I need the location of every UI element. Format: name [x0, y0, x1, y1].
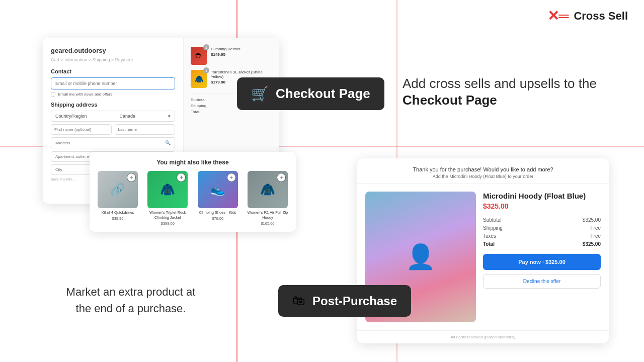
shoes-icon: 👟	[210, 183, 225, 197]
cross-sell-products: 🔗 + Kit of 4 Quickdraws $39.95 🧥 + Women…	[96, 171, 290, 226]
cs-product-price-quickdraws: $39.95	[96, 216, 140, 221]
pp-subtotal-value: $325.00	[583, 217, 601, 223]
post-purchase-badge: 🛍 Post-Purchase	[278, 285, 411, 317]
breadcrumb: Cart > Information > Shipping > Payment	[51, 57, 175, 62]
pp-details: Microdini Hoody (Float Blue) $325.00 Sub…	[483, 192, 601, 322]
country-select[interactable]: Country/Region Canada ▾	[51, 111, 175, 122]
pp-product-name: Microdini Hoody (Float Blue)	[483, 192, 601, 200]
pp-subtotal-row: Subtotal $325.00	[483, 217, 601, 223]
pp-product-price: $325.00	[483, 202, 601, 210]
cs-product-name-quickdraws: Kit of 4 Quickdraws	[96, 210, 140, 215]
pp-totals: Subtotal $325.00 Shipping Free Taxes Fre…	[483, 217, 601, 247]
mock-product-row: ⛑ 1 Climbing Helmet $149.95	[191, 47, 272, 65]
header: ✕═ Cross Sell	[531, 0, 644, 32]
contact-label: Contact	[51, 68, 175, 74]
total-label: Total	[191, 110, 199, 114]
cs-product-name-jacket: Women's Triplet Rock Climbing Jacket	[145, 210, 190, 220]
product-name-helmet: Climbing Helmet	[211, 47, 272, 51]
contact-input[interactable]	[51, 77, 175, 89]
product-price-helmet: $149.95	[211, 52, 272, 57]
checkout-page-badge: 🛒 Checkout Page	[237, 77, 384, 110]
last-name-input[interactable]	[115, 124, 176, 135]
cs-product-img-hoody: 🧥 +	[248, 171, 288, 208]
pp-taxes-value: Free	[590, 233, 601, 239]
checkout-badge-label: Checkout Page	[276, 86, 370, 102]
bottom-left-text: Market an extra product at the end of a …	[30, 284, 231, 317]
cs-product-img-shoes: 👟 +	[198, 171, 238, 208]
product-img-jacket: 🧥 1	[191, 70, 207, 88]
product-img-helmet: ⛑ 1	[191, 47, 207, 65]
email-checkbox-row: Email me with news and offers	[51, 92, 175, 97]
pp-header: Thank you for the purchase! Would you li…	[357, 158, 609, 184]
search-icon: 🔍	[165, 140, 171, 145]
pp-footer: All rights reserved geared.outdoorsy	[357, 330, 609, 343]
cs-product-name-hoody: Women's R1 Air Full-Zip Hoody	[246, 210, 290, 220]
cs-add-button-hoody[interactable]: +	[277, 173, 286, 182]
right-side-text: Add cross sells and upsells to the Check…	[403, 74, 614, 108]
pp-taxes-label: Taxes	[483, 233, 496, 239]
cross-sell-strip: You might also like these 🔗 + Kit of 4 Q…	[90, 152, 296, 232]
logo-icon: ✕═	[547, 9, 569, 23]
cs-add-button-jacket[interactable]: +	[177, 173, 186, 182]
email-checkbox-label: Email me with news and offers	[58, 92, 112, 97]
cs-product-hoody: 🧥 + Women's R1 Air Full-Zip Hoody $165.0…	[246, 171, 290, 226]
right-text-line2: Checkout Page	[403, 93, 614, 108]
cs-product-price-jacket: $399.00	[145, 221, 190, 226]
pp-decline-button[interactable]: Decline this offer	[483, 274, 601, 289]
cross-sell-title: You might also like these	[96, 159, 290, 166]
bottom-text-line1: Market an extra product at the end of a …	[30, 284, 231, 317]
product-info-helmet: Climbing Helmet $149.95	[211, 47, 272, 57]
country-select-value: Canada	[120, 114, 136, 119]
pp-total-value: $325.00	[583, 241, 601, 247]
email-checkbox[interactable]	[51, 92, 55, 97]
cs-product-price-shoes: $76.00	[196, 216, 240, 221]
hoody-icon: 🧥	[260, 183, 275, 197]
product-badge-qty2: 1	[203, 67, 209, 73]
address-input[interactable]	[55, 141, 165, 145]
pp-header-title: Thank you for the purchase! Would you li…	[367, 166, 599, 172]
cs-product-name-shoes: Climbing Shoes - Kids	[196, 210, 240, 215]
logo-text: Cross Sell	[574, 10, 628, 23]
helmet-icon: ⛑	[195, 52, 202, 60]
climbing-jacket-icon: 🧥	[160, 183, 175, 197]
cs-add-button-quickdraws[interactable]: +	[127, 173, 136, 182]
post-purchase-badge-icon: 🛍	[292, 293, 305, 309]
pp-subtotal-label: Subtotal	[483, 217, 502, 223]
country-select-label: Country/Region	[55, 114, 87, 119]
chevron-down-icon: ▾	[168, 114, 171, 119]
address-row: 🔍	[51, 137, 175, 148]
right-text-line1: Add cross sells and upsells to the	[403, 74, 614, 93]
pp-header-sub: Add the Microdini Hoody (Float Blue) to …	[367, 174, 599, 179]
cs-product-price-hoody: $165.00	[246, 221, 290, 226]
pp-shipping-value: Free	[590, 225, 601, 231]
post-purchase-badge-label: Post-Purchase	[312, 294, 397, 308]
pp-total-label: Total	[483, 241, 495, 247]
pp-taxes-row: Taxes Free	[483, 233, 601, 239]
first-name-input[interactable]	[51, 124, 112, 135]
cs-product-img-jacket: 🧥 +	[147, 171, 188, 208]
shipping-address-label: Shipping address	[51, 102, 175, 108]
cs-add-button-shoes[interactable]: +	[227, 173, 236, 182]
cs-product-shoes: 👟 + Climbing Shoes - Kids $76.00	[196, 171, 240, 226]
pp-shipping-row: Shipping Free	[483, 225, 601, 231]
jacket-icon: 🧥	[195, 75, 203, 83]
shipping-row-label: Shipping	[191, 104, 206, 108]
hoody-product-icon: 👤	[406, 243, 436, 271]
checkout-badge-icon: 🛒	[251, 85, 269, 102]
cs-product-img-quickdraws: 🔗 +	[98, 171, 138, 208]
pp-footer-text: All rights reserved geared.outdoorsy	[451, 335, 516, 339]
subtotal-label: Subtotal	[191, 98, 205, 102]
cs-product-quickdraws: 🔗 + Kit of 4 Quickdraws $39.95	[96, 171, 140, 226]
cs-product-jacket: 🧥 + Women's Triplet Rock Climbing Jacket…	[145, 171, 190, 226]
product-badge-qty: 1	[203, 44, 209, 50]
pp-shipping-label: Shipping	[483, 225, 503, 231]
pp-pay-button[interactable]: Pay now · $325.00	[483, 254, 601, 270]
store-name: geared.outdoorsy	[51, 47, 175, 54]
quickdraws-icon: 🔗	[110, 183, 125, 197]
pp-total-row: Total $325.00	[483, 241, 601, 247]
